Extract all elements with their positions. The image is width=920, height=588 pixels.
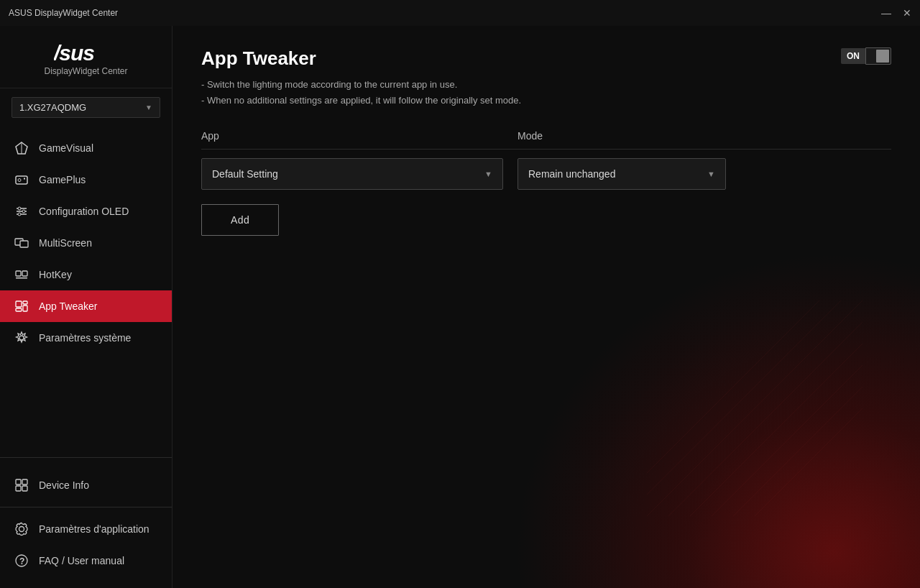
svg-rect-24: [22, 271, 27, 276]
svg-rect-22: [20, 241, 28, 247]
gameplus-icon: [14, 173, 29, 187]
hotkey-icon: [14, 267, 29, 282]
close-button[interactable]: ✕: [903, 8, 911, 18]
svg-rect-11: [16, 176, 27, 184]
sidebar-item-label: Configuration OLED: [39, 206, 129, 217]
sidebar-divider: [0, 457, 172, 458]
desc-line1: - Switch the lighting mode according to …: [201, 77, 891, 93]
app-select[interactable]: Default Setting ▼: [201, 158, 503, 190]
svg-rect-33: [16, 486, 21, 491]
sidebar-item-label: HotKey: [39, 269, 72, 280]
sidebar-item-gameplus[interactable]: GamePlus: [0, 164, 172, 196]
gamevisual-icon: [14, 141, 29, 155]
toggle-track[interactable]: [865, 47, 891, 65]
column-headers: App Mode: [201, 130, 891, 150]
sidebar-item-device-info[interactable]: Device Info: [0, 469, 172, 501]
sidebar-item-gamevisual[interactable]: GameVisual: [0, 132, 172, 164]
sidebar-brand: DisplayWidget Center: [44, 66, 127, 76]
page-description: - Switch the lighting mode according to …: [201, 77, 891, 109]
sidebar-item-faq[interactable]: ? FAQ / User manual: [0, 545, 172, 576]
toggle-knob: [876, 50, 889, 63]
sidebar-divider2: [0, 507, 172, 507]
sidebar-item-label: FAQ / User manual: [39, 555, 124, 566]
mode-select-wrapper: Remain unchanged ▼: [518, 158, 726, 190]
svg-text:?: ?: [19, 556, 24, 566]
svg-point-20: [18, 213, 21, 216]
sidebar-item-hotkey[interactable]: HotKey: [0, 259, 172, 290]
app-select-value: Default Setting: [212, 168, 278, 180]
sidebar-item-label: Paramètres système: [39, 332, 131, 344]
col-header-mode: Mode: [518, 130, 726, 142]
svg-rect-29: [23, 306, 27, 311]
app-select-wrapper: Default Setting ▼: [201, 158, 503, 190]
sidebar-item-label: Device Info: [39, 479, 89, 491]
mode-select-value: Remain unchanged: [528, 168, 615, 180]
sidebar-item-configuration-oled[interactable]: Configuration OLED: [0, 196, 172, 227]
chevron-down-icon: ▼: [707, 170, 715, 178]
svg-point-18: [18, 207, 21, 210]
app-container: /sus DisplayWidget Center 1.XG27AQDMG ▼ …: [0, 26, 920, 588]
svg-point-12: [18, 179, 21, 182]
toggle-label: ON: [841, 48, 865, 64]
app-title: ASUS DisplayWidget Center: [9, 8, 881, 18]
on-off-toggle[interactable]: ON: [841, 47, 891, 65]
mode-select[interactable]: Remain unchanged ▼: [518, 158, 726, 190]
svg-rect-23: [16, 271, 21, 276]
asus-logo: /sus: [54, 40, 119, 63]
app-settings-icon: [14, 522, 29, 536]
sidebar-item-label: MultiScreen: [39, 237, 92, 249]
config-oled-icon: [14, 204, 29, 219]
sidebar-item-label: Paramètres d'application: [39, 523, 150, 535]
main-content: ON App Tweaker - Switch the lighting mod…: [172, 26, 920, 588]
svg-rect-34: [22, 486, 27, 491]
titlebar: ASUS DisplayWidget Center — ✕: [0, 0, 920, 26]
sidebar-item-multiscreen[interactable]: MultiScreen: [0, 227, 172, 259]
svg-point-35: [19, 527, 24, 532]
svg-rect-27: [16, 308, 22, 311]
svg-rect-31: [16, 479, 21, 484]
sidebar: /sus DisplayWidget Center 1.XG27AQDMG ▼ …: [0, 26, 172, 588]
svg-rect-32: [22, 479, 27, 484]
svg-point-19: [22, 210, 25, 213]
app-tweaker-icon: [14, 299, 29, 313]
svg-text:/sus: /sus: [54, 41, 94, 63]
device-info-icon: [14, 478, 29, 492]
form-row: Default Setting ▼ Remain unchanged ▼: [201, 158, 891, 190]
sidebar-item-parametres-systeme[interactable]: Paramètres système: [0, 322, 172, 354]
chevron-down-icon: ▼: [484, 170, 492, 178]
chevron-down-icon: ▼: [145, 104, 152, 111]
window-controls: — ✕: [881, 8, 911, 18]
svg-rect-28: [23, 301, 27, 304]
sidebar-nav: GameVisual GamePlus: [0, 127, 172, 451]
minimize-button[interactable]: —: [881, 8, 891, 18]
sidebar-item-parametres-application[interactable]: Paramètres d'application: [0, 513, 172, 545]
sidebar-item-label: App Tweaker: [39, 300, 97, 312]
svg-rect-26: [16, 301, 22, 307]
sidebar-item-label: GamePlus: [39, 174, 86, 185]
page-title: App Tweaker: [201, 47, 891, 70]
device-name: 1.XG27AQDMG: [19, 102, 86, 113]
col-header-app: App: [201, 130, 503, 142]
sidebar-item-label: GameVisual: [39, 142, 93, 154]
multiscreen-icon: [14, 236, 29, 250]
settings-icon: [14, 331, 29, 345]
svg-rect-25: [16, 277, 27, 279]
sidebar-header: /sus DisplayWidget Center: [0, 26, 172, 88]
help-icon: ?: [14, 553, 29, 568]
desc-line2: - When no additional settings are applie…: [201, 93, 891, 109]
add-button[interactable]: Add: [201, 204, 279, 236]
sidebar-bottom: Device Info Paramètres d'application: [0, 464, 172, 588]
device-selector[interactable]: 1.XG27AQDMG ▼: [12, 97, 160, 118]
sidebar-item-app-tweaker[interactable]: App Tweaker: [0, 290, 172, 322]
